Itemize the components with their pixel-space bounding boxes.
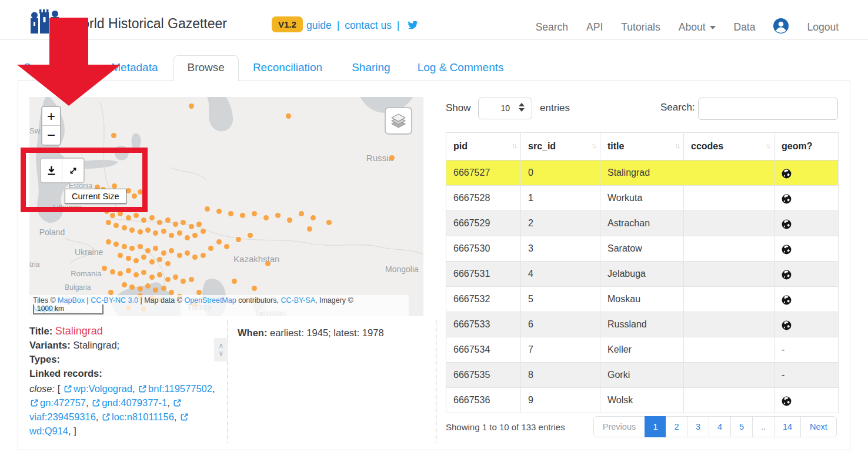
column-header-src_id[interactable]: src_id↑↓ bbox=[521, 133, 600, 160]
map-point-marker[interactable] bbox=[104, 209, 109, 214]
table-row[interactable]: 66675303Saratow bbox=[446, 236, 839, 262]
map-point-marker[interactable] bbox=[252, 211, 257, 216]
map-point-marker[interactable] bbox=[177, 230, 182, 236]
tab-sharing[interactable]: Sharing bbox=[350, 56, 392, 81]
map-point-marker[interactable] bbox=[189, 103, 194, 109]
map-point-marker[interactable] bbox=[307, 226, 312, 232]
column-header-geom[interactable]: geom? bbox=[774, 133, 839, 160]
map-point-marker[interactable] bbox=[201, 253, 206, 258]
map-point-marker[interactable] bbox=[145, 283, 151, 289]
map-point-marker[interactable] bbox=[129, 284, 135, 290]
map-point-marker[interactable] bbox=[326, 220, 332, 225]
map-point-marker[interactable] bbox=[161, 229, 166, 234]
page-button-2[interactable]: 2 bbox=[666, 416, 687, 437]
zoom-in-button[interactable]: + bbox=[42, 107, 60, 126]
map-point-marker[interactable] bbox=[216, 209, 222, 214]
map-point-marker[interactable] bbox=[149, 275, 155, 280]
map-point-marker[interactable] bbox=[122, 244, 127, 249]
download-map-button[interactable] bbox=[41, 159, 62, 182]
user-avatar-icon[interactable] bbox=[773, 18, 789, 36]
map-point-marker[interactable] bbox=[133, 272, 139, 277]
map-point-marker[interactable] bbox=[299, 211, 304, 216]
nav-item-logout[interactable]: Logout bbox=[807, 21, 839, 34]
linked-record-loc[interactable]: loc:n81011156 bbox=[112, 411, 174, 422]
map-point-marker[interactable] bbox=[161, 250, 166, 256]
table-row[interactable]: 66675358Gorki- bbox=[446, 363, 839, 388]
map-point-marker[interactable] bbox=[126, 256, 131, 261]
column-header-pid[interactable]: pid↑↓ bbox=[446, 133, 521, 160]
map-point-marker[interactable] bbox=[205, 206, 210, 212]
search-input[interactable] bbox=[698, 98, 838, 120]
map-point-marker[interactable] bbox=[149, 215, 155, 220]
map-point-marker[interactable] bbox=[118, 211, 123, 216]
page-button-3[interactable]: 3 bbox=[687, 416, 709, 437]
map-point-marker[interactable] bbox=[122, 225, 127, 230]
map-point-marker[interactable] bbox=[118, 253, 123, 258]
table-row[interactable]: 66675325Moskau bbox=[446, 287, 839, 312]
nav-item-data[interactable]: Data bbox=[734, 21, 756, 34]
tab-log-comments[interactable]: Log & Comments bbox=[416, 56, 505, 81]
nav-item-search[interactable]: Search bbox=[536, 21, 568, 34]
attribution-link[interactable]: OpenStreetMap bbox=[184, 296, 236, 304]
map-point-marker[interactable] bbox=[287, 217, 292, 223]
map-point-marker[interactable] bbox=[110, 269, 115, 275]
map-point-marker[interactable] bbox=[106, 220, 111, 225]
sort-icon[interactable]: ↑↓ bbox=[675, 141, 679, 150]
map-point-marker[interactable] bbox=[161, 286, 166, 291]
map-point-marker[interactable] bbox=[228, 211, 233, 216]
map-point-marker[interactable] bbox=[138, 229, 143, 235]
scroll-down-icon[interactable]: ∨ bbox=[219, 350, 224, 357]
map-point-marker[interactable] bbox=[196, 290, 202, 295]
attribution-link[interactable]: CC-BY-NC 3.0 bbox=[91, 296, 138, 304]
attribution-link[interactable]: CC-BY-SA bbox=[281, 296, 315, 304]
map-point-marker[interactable] bbox=[122, 282, 127, 287]
table-row[interactable]: 66675292Astrachan bbox=[446, 211, 839, 236]
map-point-marker[interactable] bbox=[165, 277, 171, 282]
page-button-14[interactable]: 14 bbox=[774, 416, 801, 437]
table-row[interactable]: 66675369Wolsk bbox=[446, 388, 839, 413]
map-point-marker[interactable] bbox=[201, 229, 206, 234]
sort-icon[interactable]: ↑↓ bbox=[591, 141, 595, 150]
page-size-select[interactable]: 10 bbox=[478, 98, 532, 119]
sort-icon[interactable]: ↑↓ bbox=[765, 141, 769, 150]
tab-reconciliation[interactable]: Reconciliation bbox=[252, 56, 323, 81]
map-point-marker[interactable] bbox=[145, 227, 151, 233]
map-point-marker[interactable] bbox=[111, 133, 116, 138]
variants-scroll-control[interactable]: ∧ ∨ bbox=[214, 338, 228, 361]
map-point-marker[interactable] bbox=[149, 259, 155, 265]
map-point-marker[interactable] bbox=[138, 189, 143, 195]
layers-button[interactable] bbox=[385, 107, 412, 135]
page-button-next[interactable]: Next bbox=[800, 416, 837, 437]
attribution-link[interactable]: MapBox bbox=[58, 296, 85, 304]
map-point-marker[interactable] bbox=[132, 193, 137, 199]
expand-map-button[interactable] bbox=[62, 159, 84, 182]
linked-record-wp[interactable]: wp:Volgograd bbox=[74, 383, 132, 394]
linked-record-gn[interactable]: gn:472757 bbox=[40, 397, 86, 408]
table-row[interactable]: 66675314Jelabuga bbox=[446, 262, 839, 287]
sort-icon[interactable]: ↑↓ bbox=[512, 141, 516, 150]
map-point-marker[interactable] bbox=[129, 227, 135, 233]
page-button-1[interactable]: 1 bbox=[645, 416, 666, 437]
nav-item-about[interactable]: About bbox=[679, 21, 716, 34]
map-point-marker[interactable] bbox=[133, 258, 139, 263]
map-point-marker[interactable] bbox=[252, 286, 257, 291]
map-point-marker[interactable] bbox=[126, 188, 131, 193]
map-point-marker[interactable] bbox=[126, 215, 131, 220]
column-header-title[interactable]: title↑↓ bbox=[600, 133, 684, 160]
nav-item-api[interactable]: API bbox=[586, 21, 603, 34]
map-point-marker[interactable] bbox=[165, 261, 171, 266]
map-point-marker[interactable] bbox=[224, 244, 229, 249]
map-point-marker[interactable] bbox=[216, 239, 222, 245]
page-button-5[interactable]: 5 bbox=[730, 416, 753, 437]
map-point-marker[interactable] bbox=[126, 268, 131, 273]
table-row[interactable]: 66675270Stalingrad bbox=[446, 160, 839, 186]
map-point-marker[interactable] bbox=[108, 290, 113, 295]
guide-link[interactable]: guide bbox=[306, 19, 332, 31]
map-point-marker[interactable] bbox=[165, 217, 171, 223]
map-point-marker[interactable] bbox=[138, 286, 143, 292]
map-point-marker[interactable] bbox=[185, 235, 190, 240]
nav-item-tutorials[interactable]: Tutorials bbox=[621, 21, 660, 34]
page-button-4[interactable]: 4 bbox=[709, 416, 731, 437]
map-point-marker[interactable] bbox=[173, 275, 178, 280]
map-point-marker[interactable] bbox=[177, 253, 182, 258]
